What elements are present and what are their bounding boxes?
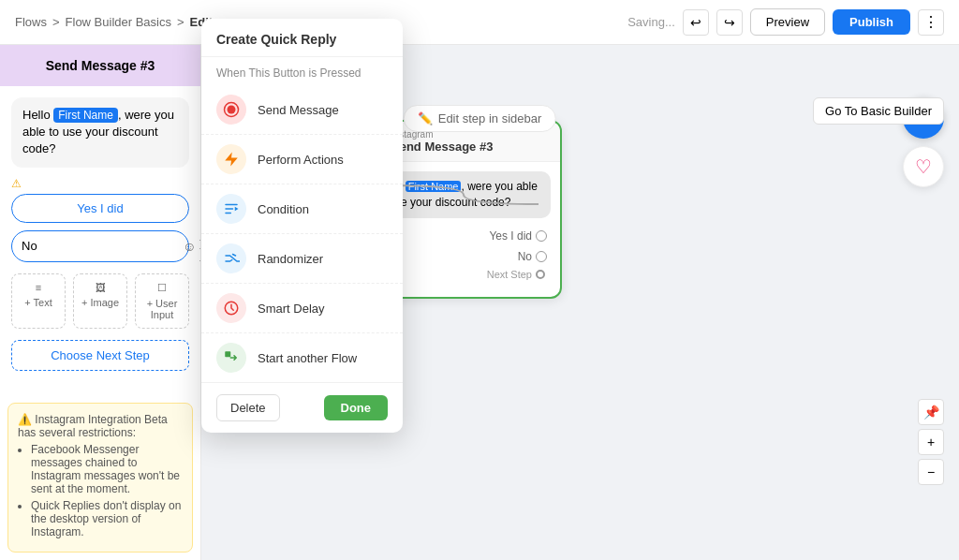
modal-header: Create Quick Reply [201,19,403,57]
modal-item-perform-actions[interactable]: Perform Actions [201,135,403,184]
done-button[interactable]: Done [324,395,389,420]
svg-marker-4 [235,207,239,212]
smart-delay-label: Smart Delay [258,302,325,316]
modal-overlay: Create Quick Reply When This Button is P… [0,0,959,560]
start-flow-label: Start another Flow [258,351,357,365]
smart-delay-icon [216,293,246,323]
quick-reply-modal: Create Quick Reply When This Button is P… [201,19,403,433]
send-message-icon [216,95,246,125]
condition-label: Condition [258,202,309,216]
condition-icon [216,194,246,224]
modal-section-label: When This Button is Pressed [201,57,403,85]
modal-item-smart-delay[interactable]: Smart Delay [201,284,403,333]
modal-item-randomizer[interactable]: Randomizer [201,234,403,284]
send-message-label: Send Message [258,103,339,117]
modal-item-send-message[interactable]: Send Message [201,85,403,135]
svg-point-2 [228,106,236,114]
perform-actions-label: Perform Actions [258,153,344,167]
randomizer-label: Randomizer [258,252,323,266]
delete-button[interactable]: Delete [216,394,280,421]
modal-item-start-flow[interactable]: Start another Flow [201,333,403,382]
modal-footer: Delete Done [201,382,403,433]
randomizer-icon [216,243,246,273]
modal-item-condition[interactable]: Condition [201,184,403,234]
start-flow-icon [216,343,246,373]
svg-rect-6 [225,351,230,357]
perform-actions-icon [216,144,246,174]
svg-marker-3 [225,153,238,167]
